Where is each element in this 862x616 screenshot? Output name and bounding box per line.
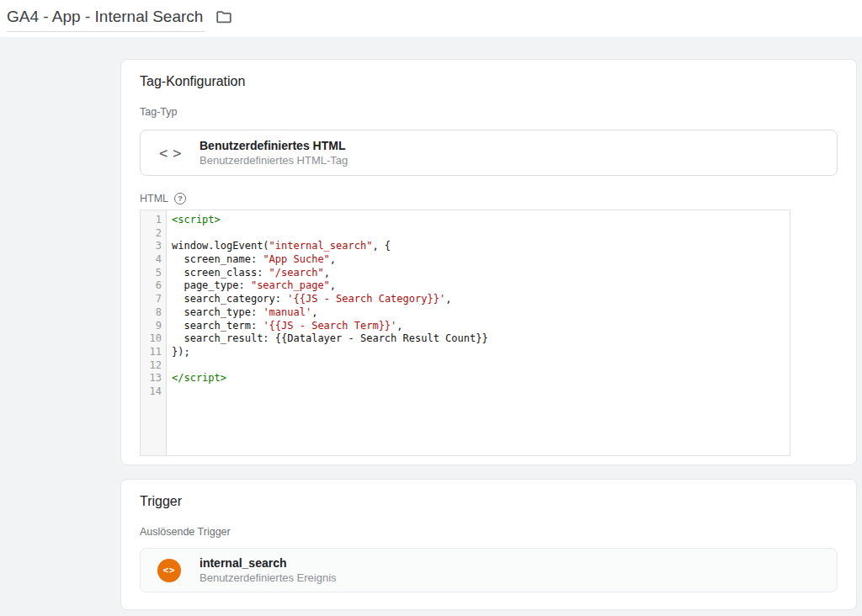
tag-configuration-card: Tag-Konfiguration Tag-Typ <> Benutzerdef… (120, 59, 857, 465)
tag-type-text: Benutzerdefiniertes HTML Benutzerdefinie… (200, 139, 348, 167)
trigger-card: Trigger Auslösende Trigger <> internal_s… (120, 479, 857, 610)
trigger-item-name: internal_search (200, 556, 337, 571)
code-line: search_term: '{{JS - Search Term}}', (172, 320, 488, 333)
code-line: screen_class: "/search", (172, 267, 488, 280)
code-line: window.logEvent("internal_search", { (172, 240, 488, 253)
code-line: </script> (172, 372, 488, 385)
code-line: search_category: '{{JS - Search Category… (172, 293, 488, 306)
html-code-editor[interactable]: 1234567891011121314 <script> window.logE… (140, 210, 790, 456)
html-label: HTML (140, 193, 168, 204)
code-line (172, 359, 488, 373)
help-icon[interactable]: ? (174, 193, 186, 204)
tag-type-selector[interactable]: <> Benutzerdefiniertes HTML Benutzerdefi… (140, 130, 838, 176)
code-line: <script> (172, 214, 488, 227)
code-line: search_type: 'manual', (172, 306, 488, 320)
html-field-header: HTML ? (140, 193, 838, 204)
page-title[interactable]: GA4 - App - Internal Search (7, 6, 205, 32)
trigger-item-text: internal_search Benutzerdefiniertes Erei… (200, 556, 337, 585)
trigger-item-description: Benutzerdefiniertes Ereignis (200, 571, 337, 585)
tag-configuration-title: Tag-Konfiguration (140, 73, 838, 90)
firing-triggers-label: Auslösende Trigger (140, 526, 838, 538)
editor-line-numbers: 1234567891011121314 (141, 210, 167, 455)
tag-type-description: Benutzerdefiniertes HTML-Tag (200, 154, 348, 167)
custom-event-icon: <> (157, 559, 181, 582)
code-line: page_type: "search_page", (172, 279, 488, 293)
tag-title-area: GA4 - App - Internal Search (7, 6, 233, 32)
code-line: search_result: {{Datalayer - Search Resu… (172, 332, 488, 346)
tag-type-label: Tag-Typ (140, 106, 838, 118)
trigger-title: Trigger (140, 493, 838, 510)
tag-type-name: Benutzerdefiniertes HTML (200, 139, 348, 153)
code-line (172, 227, 488, 241)
page-body: Tag-Konfiguration Tag-Typ <> Benutzerdef… (0, 37, 862, 610)
editor-code[interactable]: <script> window.logEvent("internal_searc… (167, 210, 488, 455)
folder-icon[interactable] (215, 8, 233, 26)
code-line: }); (172, 346, 488, 359)
code-line: screen_name: "App Suche", (172, 253, 488, 267)
code-icon: <> (159, 145, 200, 162)
top-bar: GA4 - App - Internal Search (0, 0, 862, 37)
code-line (172, 385, 488, 399)
trigger-item[interactable]: <> internal_search Benutzerdefiniertes E… (140, 548, 838, 592)
